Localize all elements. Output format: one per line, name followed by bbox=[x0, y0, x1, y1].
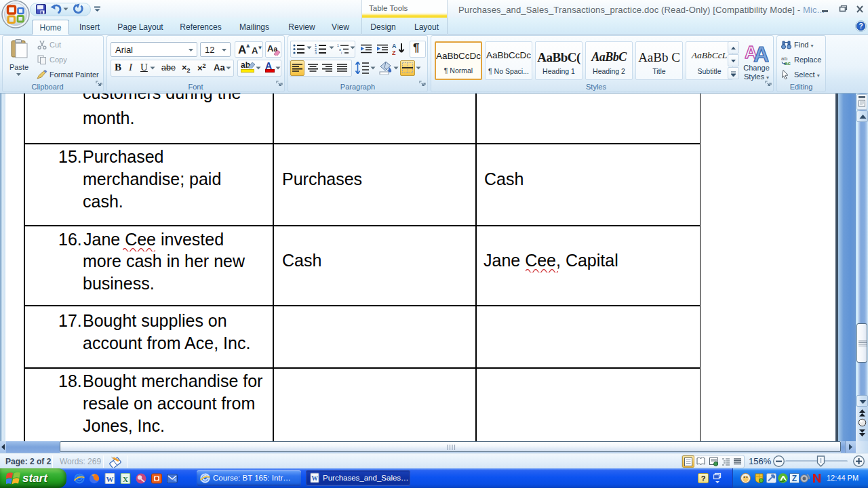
svg-text:Z: Z bbox=[792, 474, 797, 483]
svg-text:W: W bbox=[311, 474, 318, 482]
svg-text:A: A bbox=[753, 42, 769, 63]
svg-text:ac: ac bbox=[785, 60, 791, 65]
svg-text:Z: Z bbox=[392, 49, 396, 56]
svg-text:X: X bbox=[123, 475, 128, 483]
svg-text:i: i bbox=[341, 51, 342, 54]
svg-text:?: ? bbox=[859, 22, 863, 30]
svg-text:W: W bbox=[106, 475, 114, 483]
svg-text:A: A bbox=[392, 43, 397, 49]
svg-text:3: 3 bbox=[315, 51, 317, 54]
